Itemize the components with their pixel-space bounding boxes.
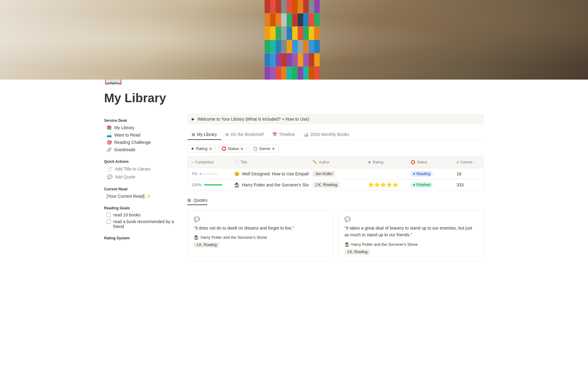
callout-banner[interactable]: ▶ Welcome to Your Library (What is inclu… [187,114,484,125]
tab-on-bookshelf[interactable]: ⊞ On the Bookshelf [221,129,268,140]
quote-book-title-1: Harry Potter and the Sorcerer's Stone [201,235,267,240]
title-text-1: Well Designed: How to Use Empathy to Cre… [242,171,309,176]
th-title: 📄 Title [231,158,309,166]
reading-challenge-icon: 🎯 [107,140,112,145]
add-quote-label: Add Quote [115,174,135,179]
add-quote-icon: 💬 [107,174,112,179]
quote-book-emoji-2: 🧙 [345,242,349,247]
th-current: # Current ... [453,158,484,166]
quote-book-1: 🧙 Harry Potter and the Sorcerer's Stone [194,235,327,240]
quote-text-2: "It takes a great deal of bravery to sta… [345,225,477,238]
rating-stars-2: ⭐⭐⭐⭐⭐ [368,182,398,188]
tab-timeline[interactable]: 📅 Timeline [268,129,299,140]
add-title-button[interactable]: 📄 Add Title to Library [104,165,178,173]
current-page-1: 16 [457,171,462,176]
quick-actions-title: Quick Actions [104,159,178,164]
status-filter-icon: ⭕ [221,146,226,151]
hero-banner [0,0,588,80]
th-author: ✏️ Author [309,158,364,166]
tab-monthly-books[interactable]: 📊 2024 Monthly Books [299,129,353,140]
td-author-1: Jon Kolko [309,168,364,179]
quote-author-tag-1: J.K. Rowling [194,242,219,248]
sidebar-label-want-to-read: Want to Read [114,133,140,137]
quote-book-2: 🧙 Harry Potter and the Sorcerer's Stone [345,242,477,247]
callout-text: Welcome to Your Library (What is include… [198,117,309,122]
sidebar-item-goodreads[interactable]: 🔗 Goodreads [104,146,178,153]
quote-book-title-2: Harry Potter and the Sorcerer's Stone [351,242,418,247]
current-page-2: 333 [457,182,464,187]
rating-filter-button[interactable]: ★ Rating ∨ [187,145,216,152]
rating-system-title: Rating System [104,236,178,240]
th-rating-icon: ★ [368,160,371,164]
current-read-value: [Your Current Read] ✨ [104,193,178,200]
tab-timeline-label: Timeline [279,132,295,137]
status-filter-chevron: ∨ [240,146,243,151]
tab-bar: ⊞ My Library ⊞ On the Bookshelf 📅 Timeli… [187,129,484,140]
nav-section-title: Service Desk [104,118,178,123]
bookshelf-decoration [265,0,588,80]
status-dot-2 [413,184,415,186]
genre-filter-label: Genre [259,146,270,151]
td-status-1: Reading [407,168,453,179]
progress-bar-bg-1 [200,173,218,174]
quote-author-tag-2: J.K. Rowling [345,249,370,255]
author-tag-1: Jon Kolko [313,171,335,177]
table-row[interactable]: 7% 😊 Well Designed: How to Use Empathy t… [188,168,484,179]
progress-bar-bg-2 [204,184,222,185]
tab-on-bookshelf-icon: ⊞ [225,132,229,137]
page-title: My Library [104,91,484,105]
th-current-label: Current ... [460,160,477,164]
goal-1-checkbox[interactable] [107,213,111,217]
goodreads-icon: 🔗 [107,147,112,152]
quote-card-1[interactable]: 💬 "It does not do to dwell on dreams and… [187,210,333,261]
sidebar-item-reading-challenge[interactable]: 🎯 Reading Challenge [104,139,178,146]
status-dot-1 [413,173,415,175]
status-badge-2: Finished [411,182,433,188]
th-rating: ★ Rating [364,158,407,166]
td-rating-1 [364,168,407,179]
status-label-2: Finished [417,183,430,187]
tab-my-library-label: My Library [197,132,217,137]
completion-pct-1: 7% [191,171,197,176]
want-to-read-icon: 🛋️ [107,133,112,137]
table-row[interactable]: 100% 🧙 Harry Potter and the Sorcerer's S… [188,179,484,190]
table-header: ○ Completion 📄 Title ✏️ Author ★ Rating [188,156,484,168]
library-table: ○ Completion 📄 Title ✏️ Author ★ Rating [187,156,484,190]
td-current-2: 333 [453,179,484,190]
tab-my-library[interactable]: ⊞ My Library [187,129,221,140]
title-text-2: Harry Potter and the Sorcerer's Stone [242,182,309,187]
reading-goal-1: read 10 books [104,212,178,218]
th-rating-label: Rating [373,160,383,164]
status-badge-1: Reading [411,171,433,177]
tab-monthly-books-icon: 📊 [303,132,308,137]
quotes-grid: 💬 "It does not do to dwell on dreams and… [187,210,484,261]
th-completion-icon: ○ [191,160,194,164]
main-content: ▶ Welcome to Your Library (What is inclu… [187,114,484,261]
genre-filter-button[interactable]: 📋 Genre ∨ [249,145,278,152]
title-emoji-2: 🧙 [234,182,239,187]
reading-goals-title: Reading Goals [104,206,178,210]
quotes-section: ⊞ Quotes 💬 "It does not do to dwell on d… [187,198,484,261]
add-title-label: Add Title to Library [115,167,151,171]
status-filter-label: Status [228,146,239,151]
td-completion-1: 7% [188,168,231,179]
th-status-icon: ⭕ [411,160,415,164]
genre-filter-icon: 📋 [253,146,258,151]
th-completion: ○ Completion [188,158,231,166]
quote-icon-1: 💬 [194,216,327,222]
td-title-2: 🧙 Harry Potter and the Sorcerer's Stone [231,179,309,190]
sidebar-item-my-library[interactable]: 📚 My Library [104,124,178,131]
quote-card-2[interactable]: 💬 "It takes a great deal of bravery to s… [338,210,484,261]
quote-icon-2: 💬 [345,216,477,222]
goal-2-checkbox[interactable] [107,219,111,224]
filter-row: ★ Rating ∨ ⭕ Status ∨ 📋 Genre ∨ [187,145,484,152]
library-icon: 📚 [107,125,112,130]
author-tag-2: J.K. Rowling [313,182,340,188]
add-quote-button[interactable]: 💬 Add Quote [104,173,178,181]
status-filter-button[interactable]: ⭕ Status ∨ [218,145,247,152]
sidebar-item-want-to-read[interactable]: 🛋️ Want to Read [104,131,178,139]
th-title-icon: 📄 [234,160,239,164]
progress-bar-fill-2 [204,184,222,185]
genre-filter-chevron: ∨ [272,146,275,151]
add-title-icon: 📄 [107,167,112,171]
